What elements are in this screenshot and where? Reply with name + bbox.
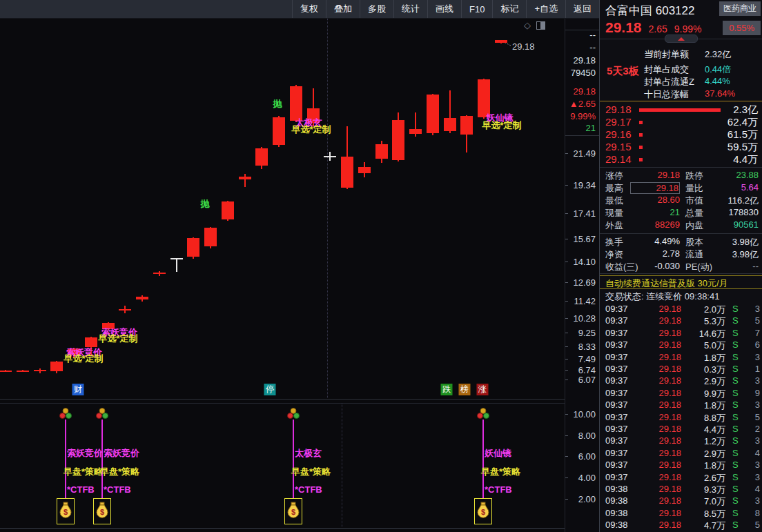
trade-row[interactable]: 09:3829.187.0万S3 [600, 495, 762, 507]
trade-row[interactable]: 09:3729.181.2万S3 [600, 435, 762, 447]
signal-subchart[interactable]: 索妖竞价早盘*策略*CTFB$索妖竞价早盘*策略*CTFB$太极玄早盘*策略*C… [0, 404, 565, 529]
trade-row[interactable]: 09:3729.182.0万S3 [600, 304, 762, 315]
trade-price: 29.18 [648, 375, 681, 386]
y-axis-tick-label: 6.07 [578, 375, 596, 385]
candle [153, 273, 166, 275]
diamond-icon[interactable]: ◇ [524, 20, 531, 30]
trade-price: 29.18 [648, 520, 681, 530]
trade-row[interactable]: 09:3729.1814.6万S7 [600, 328, 762, 339]
trade-row[interactable]: 09:3729.181.8万S3 [600, 460, 762, 471]
trade-price: 29.18 [648, 424, 681, 434]
trade-count: 4 [742, 448, 760, 458]
event-badge-财[interactable]: 财 [72, 384, 84, 395]
axis-info-value: -- [589, 30, 596, 40]
sub-axis-tick-label: 2.00 [578, 494, 596, 504]
trade-row[interactable]: 09:3829.188.5万S8 [600, 508, 762, 520]
event-badge-跌[interactable]: 跌 [441, 384, 453, 395]
trade-row[interactable]: 09:3729.181.8万S3 [600, 352, 762, 364]
trade-row[interactable]: 09:3729.182.6万S3 [600, 472, 762, 484]
order-book-row[interactable]: 29.1661.5万 [600, 128, 762, 141]
y-axis-tick-label: 14.10 [573, 257, 596, 267]
bid-volume-bar [639, 121, 643, 124]
svg-text:$: $ [63, 508, 68, 516]
signal-label: *CTFB [67, 484, 95, 495]
fengdan-label: 封单占流通Z [644, 76, 705, 87]
bid-volume: 4.4万 [733, 153, 758, 166]
trade-row[interactable]: 09:3729.182.9万S4 [600, 448, 762, 460]
fengdan-value: 0.44倍 [705, 63, 731, 75]
event-badge-榜[interactable]: 榜 [459, 384, 471, 395]
toolbar-button-F10[interactable]: F10 [461, 0, 492, 18]
order-book-row[interactable]: 29.144.4万 [600, 153, 762, 166]
candle [324, 156, 336, 158]
money-bag-marker[interactable]: $ [57, 498, 75, 524]
money-bag-marker[interactable]: $ [474, 498, 492, 524]
axis-info-value: ▲2.65 [569, 99, 596, 109]
order-book-row[interactable]: 29.1559.5万 [600, 141, 762, 153]
trade-row[interactable]: 09:3729.189.9万S9 [600, 388, 762, 400]
collapse-tab[interactable] [665, 35, 698, 43]
toolbar-button-[interactable]: 复权 [292, 0, 326, 18]
candle [290, 86, 302, 121]
trade-volume: 1.8万 [681, 400, 725, 412]
trade-row[interactable]: 09:3729.180.3万S1 [600, 364, 762, 375]
stat-value: 178830 [707, 207, 759, 217]
event-badge-涨[interactable]: 涨 [477, 384, 489, 395]
toolbar-button-[interactable]: 返回 [565, 0, 599, 18]
y-axis-tick-mark [565, 239, 568, 239]
y-axis-tick-mark [565, 262, 568, 262]
stat-value: 3.98亿 [707, 248, 759, 261]
candle [255, 148, 268, 166]
bid-price: 29.14 [605, 153, 632, 165]
candle [204, 228, 217, 246]
trade-count: 4 [742, 484, 760, 494]
order-book-row[interactable]: 29.1762.4万 [600, 116, 762, 128]
bid-volume-bar [639, 133, 643, 137]
event-badge-停[interactable]: 停 [264, 384, 276, 395]
toolbar-button-[interactable]: 叠加 [326, 0, 360, 18]
toolbar-button-[interactable]: 统计 [393, 0, 427, 18]
money-bag-marker[interactable]: $ [93, 498, 111, 524]
trade-volume: 4.7万 [681, 520, 725, 532]
y-axis-tick-label: 21.49 [573, 148, 596, 158]
trade-row[interactable]: 09:3729.188.8万S5 [600, 412, 762, 424]
trade-volume: 2.9万 [681, 448, 725, 460]
toolbar-button-[interactable]: 标记 [492, 0, 526, 18]
trade-row[interactable]: 09:3829.189.3万S4 [600, 484, 762, 495]
order-book-row[interactable]: 29.182.3亿 [600, 104, 762, 116]
trade-price: 29.18 [648, 435, 681, 446]
panel-toggle-icon[interactable] [536, 21, 545, 30]
y-axis-tick-label: 15.67 [573, 233, 596, 244]
trade-volume: 2.6万 [681, 472, 725, 484]
trade-row[interactable]: 09:3729.185.0万S6 [600, 339, 762, 351]
stat-label: 市值 [685, 195, 703, 207]
trade-row[interactable]: 09:3729.182.9万S3 [600, 375, 762, 387]
subscription-banner[interactable]: 自动续费通达信普及版 30元/月 [600, 275, 762, 289]
money-bag-icon: $ [477, 501, 489, 522]
trade-row[interactable]: 09:3729.181.8万S3 [600, 400, 762, 411]
toolbar-button-[interactable]: 画线 [427, 0, 461, 18]
trade-count: 5 [742, 315, 760, 326]
chart-annotation: 早选*定制 [482, 119, 521, 132]
bid-volume: 61.5万 [727, 128, 758, 141]
fengdan-value: 37.64% [705, 88, 735, 99]
money-bag-marker[interactable]: $ [284, 498, 302, 524]
sub-axis-tick-label: 6.00 [578, 451, 596, 462]
signal-label: 索妖竞价 [67, 447, 103, 460]
y-axis-tick-mark [565, 301, 568, 302]
trade-price: 29.18 [648, 304, 681, 314]
trade-row[interactable]: 09:3729.185.3万S5 [600, 315, 762, 327]
industry-badge[interactable]: 医药商业 [719, 1, 761, 16]
trade-row[interactable]: 09:3729.184.4万S2 [600, 424, 762, 435]
toolbar-button-[interactable]: 多股 [360, 0, 393, 18]
trade-count: 3 [742, 460, 760, 470]
trade-direction: S [732, 400, 739, 410]
toolbar-button-[interactable]: +自选 [526, 0, 565, 18]
stat-value: 3.98亿 [707, 236, 759, 248]
limit-board-tag: 5天3板 [607, 65, 639, 78]
stat-row: 现量21总量178830 [600, 207, 762, 219]
trade-direction: S [732, 364, 739, 374]
trade-row[interactable]: 09:3829.184.7万S5 [600, 520, 762, 531]
fengdan-row: 十日总涨幅 37.64% [644, 88, 761, 99]
trade-count: 3 [742, 495, 760, 506]
